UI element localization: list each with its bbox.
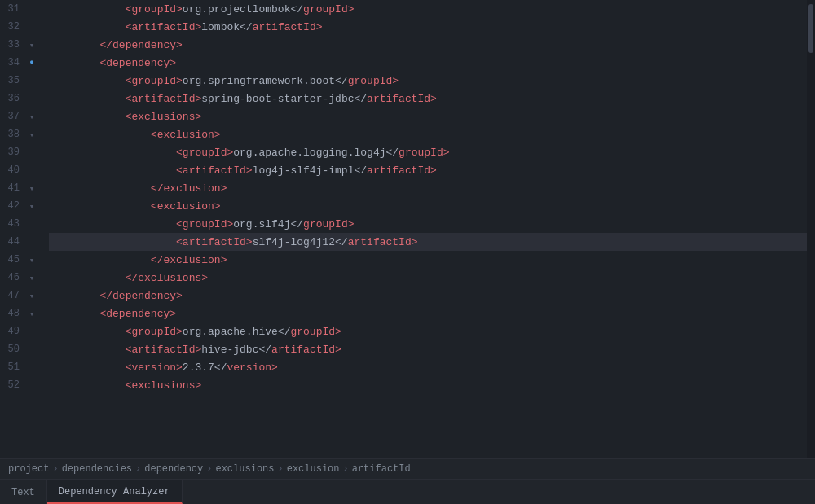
xml-tag: <groupId> [126, 326, 183, 338]
line-number: 37 [0, 111, 24, 122]
xml-text: spring-boot-starter-jdbc</ [201, 93, 367, 105]
tab-text[interactable]: Text [0, 480, 47, 504]
gutter-row: 42▾ [0, 197, 42, 215]
line-icon-area: ▾ [24, 273, 39, 283]
code-line: <groupId>org.springframework.boot</group… [49, 72, 807, 90]
code-line: <groupId>org.slf4j</groupId> [49, 215, 807, 233]
gutter-row: 37▾ [0, 107, 42, 125]
gutter-row: 50 [0, 340, 42, 358]
line-number: 36 [0, 93, 24, 104]
breadcrumb-item[interactable]: dependency [144, 463, 203, 475]
line-gutter: 313233▾34●353637▾38▾394041▾42▾434445▾46▾… [0, 0, 42, 458]
xml-tag: <dependency> [99, 308, 176, 320]
bottom-tabs: TextDependency Analyzer [0, 480, 815, 504]
fold-icon[interactable]: ▾ [29, 273, 35, 283]
line-number: 38 [0, 129, 24, 140]
breadcrumb-item[interactable]: project [8, 463, 49, 475]
xml-tag: <artifactId> [126, 93, 202, 105]
line-number: 48 [0, 308, 24, 319]
line-number: 31 [0, 3, 24, 15]
line-number: 45 [0, 254, 24, 265]
xml-text: org.projectlombok</ [183, 3, 303, 15]
code-line: <exclusions> [49, 107, 807, 125]
xml-tag: <exclusions> [126, 111, 202, 123]
fold-icon[interactable]: ▾ [29, 40, 35, 50]
fold-icon[interactable]: ▾ [29, 112, 35, 122]
gutter-row: 49 [0, 322, 42, 340]
xml-tag: artifactId> [367, 93, 437, 105]
code-line: <artifactId>hive-jdbc</artifactId> [49, 340, 807, 358]
tab-dependency-analyzer[interactable]: Dependency Analyzer [47, 480, 183, 504]
xml-text: 2.3.7</ [183, 362, 227, 374]
fold-icon[interactable]: ▾ [29, 183, 35, 194]
line-number: 51 [0, 362, 24, 373]
xml-text: org.apache.hive</ [183, 326, 291, 338]
code-content: <groupId>org.projectlombok</groupId> <ar… [42, 0, 807, 458]
line-icon-area: ▾ [24, 291, 39, 301]
code-line: </exclusion> [49, 251, 807, 269]
gutter-row: 51 [0, 358, 42, 376]
breadcrumb-item[interactable]: exclusion [287, 463, 340, 475]
breadcrumb-separator: › [277, 463, 283, 475]
line-number: 50 [0, 344, 24, 355]
line-number: 39 [0, 147, 24, 158]
xml-tag: <groupId> [176, 147, 233, 159]
line-number: 40 [0, 164, 24, 176]
xml-tag: groupId> [303, 218, 354, 230]
indent [49, 147, 176, 159]
code-line: <groupId>org.apache.logging.log4j</group… [49, 143, 807, 161]
xml-tag: <artifactId> [126, 21, 202, 33]
debug-icon[interactable]: ● [29, 59, 33, 67]
gutter-row: 38▾ [0, 125, 42, 143]
xml-tag: version> [227, 362, 277, 374]
line-icon-area: ▾ [24, 129, 39, 140]
gutter-row: 41▾ [0, 179, 42, 197]
code-line: <exclusion> [49, 125, 807, 143]
fold-icon[interactable]: ▾ [29, 129, 35, 140]
xml-tag: groupId> [303, 3, 354, 15]
indent [49, 290, 99, 302]
indent [49, 3, 126, 15]
fold-icon[interactable]: ▾ [29, 309, 35, 319]
gutter-row: 46▾ [0, 269, 42, 287]
xml-tag: <artifactId> [176, 164, 253, 177]
scrollbar-thumb[interactable] [808, 4, 813, 53]
xml-tag: artifactId> [348, 236, 418, 248]
xml-tag: groupId> [290, 326, 341, 338]
line-number: 35 [0, 75, 24, 86]
xml-tag: </dependency> [99, 290, 182, 302]
line-number: 32 [0, 21, 24, 33]
scrollbar-track[interactable] [807, 0, 815, 458]
indent [49, 326, 126, 338]
code-line: <artifactId>log4j-slf4j-impl</artifactId… [49, 161, 807, 179]
indent [49, 75, 126, 87]
code-line: <artifactId>slf4j-log4j12</artifactId> [49, 233, 807, 251]
breadcrumb-item[interactable]: artifactId [352, 463, 411, 475]
code-line: <exclusions> [49, 376, 807, 394]
code-line: </dependency> [49, 36, 807, 54]
xml-tag: </exclusions> [126, 272, 208, 284]
line-icon-area: ▾ [24, 183, 39, 194]
breadcrumb-item[interactable]: exclusions [215, 463, 274, 475]
xml-tag: </exclusion> [151, 254, 227, 266]
gutter-row: 40 [0, 161, 42, 179]
gutter-row: 31 [0, 0, 42, 18]
line-number: 46 [0, 272, 24, 283]
code-line: <dependency> [49, 54, 807, 72]
indent [49, 236, 176, 248]
xml-text: lombok</ [201, 21, 252, 33]
breadcrumb-item[interactable]: dependencies [62, 463, 132, 475]
gutter-row: 36 [0, 90, 42, 107]
xml-tag: </exclusion> [151, 182, 227, 195]
indent [49, 57, 99, 69]
line-icon-area: ▾ [24, 40, 39, 50]
fold-icon[interactable]: ▾ [29, 291, 35, 301]
indent [49, 308, 99, 320]
xml-tag: <exclusions> [126, 379, 202, 392]
code-line: <groupId>org.projectlombok</groupId> [49, 0, 807, 18]
fold-icon[interactable]: ▾ [29, 201, 35, 212]
gutter-row: 33▾ [0, 36, 42, 54]
fold-icon[interactable]: ▾ [29, 255, 35, 265]
line-number: 49 [0, 326, 24, 337]
indent [49, 21, 126, 33]
